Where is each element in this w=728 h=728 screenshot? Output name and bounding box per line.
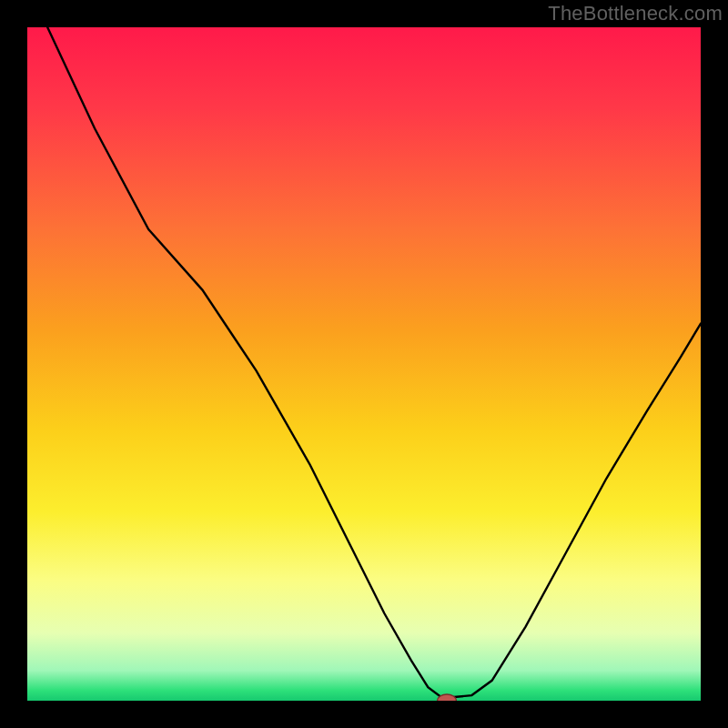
chart-frame: TheBottleneck.com <box>0 0 728 728</box>
gradient-background <box>27 27 701 701</box>
plot-area <box>27 27 701 701</box>
watermark-text: TheBottleneck.com <box>548 2 723 25</box>
chart-svg <box>27 27 701 701</box>
